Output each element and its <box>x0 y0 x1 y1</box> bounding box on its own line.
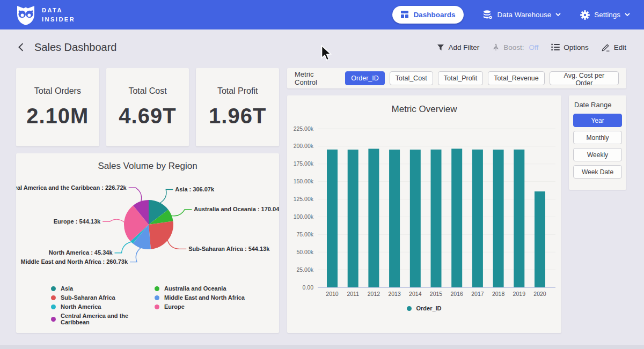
y-axis-tick-label: 50.00k <box>296 249 313 255</box>
y-axis-tick-label: 100.00k <box>294 213 314 220</box>
pie-chart-title: Sales Volume by Region <box>16 161 279 172</box>
database-icon <box>483 10 493 19</box>
y-axis-tick-label: 175.00k <box>294 160 314 167</box>
brand-line-2: INSIDER <box>42 15 75 24</box>
pie-legend-item-asia[interactable]: Asia <box>51 285 155 292</box>
pie-legend-item-australia-and-oceania[interactable]: Australia and Oceania <box>155 285 245 292</box>
date-range-panel: Date Range YearMonthlyWeeklyWeek Date <box>569 95 626 190</box>
pie-legend-item-middle-east-and-north-africa[interactable]: Middle East and North Africa <box>155 294 245 301</box>
pie-label-connector <box>115 242 133 253</box>
boost-toggle[interactable]: Boost: Off <box>492 43 538 51</box>
date-range-button-year[interactable]: Year <box>573 114 622 127</box>
y-axis-tick-label: 0.00 <box>303 284 314 291</box>
date-range-button-week-date[interactable]: Week Date <box>573 165 622 179</box>
nav-data-warehouse[interactable]: Data Warehouse <box>483 10 561 19</box>
pie-slice-label: Europe : 544.13k <box>54 218 101 225</box>
pie-legend-column: Australia and OceaniaMiddle East and Nor… <box>155 285 245 325</box>
legend-label: Sub-Saharan Africa <box>61 294 115 301</box>
y-axis-tick-label: 75.00k <box>296 231 313 237</box>
kpi-row: Total Orders2.10MTotal Cost4.69TTotal Pr… <box>16 68 279 146</box>
metric-control-bar: Metric Control Order_IDTotal_CostTotal_P… <box>287 68 626 88</box>
metric-button-total-profit[interactable]: Total_Profit <box>438 71 484 85</box>
x-axis-tick-label: 2015 <box>430 291 443 297</box>
kpi-label: Total Cost <box>128 86 166 96</box>
y-axis-tick-label: 200.00k <box>294 143 314 149</box>
x-axis-tick-label: 2014 <box>409 291 422 297</box>
bar-2018[interactable] <box>493 150 504 287</box>
date-range-buttons: YearMonthlyWeeklyWeek Date <box>573 114 622 182</box>
pie-label-connector <box>171 210 192 216</box>
bar-2019[interactable] <box>514 150 524 287</box>
kpi-card-total-orders: Total Orders2.10M <box>16 68 99 146</box>
legend-label: Asia <box>61 285 73 292</box>
add-filter-button[interactable]: Add Filter <box>437 43 479 51</box>
legend-dot <box>407 306 412 311</box>
legend-label: Central America and the Caribbean <box>61 313 155 325</box>
pie-label-connector <box>130 247 142 262</box>
bar-2012[interactable] <box>368 149 379 288</box>
pie-slice-label: Central America and the Caribbean : 226.… <box>16 184 127 191</box>
pie-label-connector <box>129 188 142 202</box>
filter-funnel-icon <box>437 44 444 51</box>
bar-2011[interactable] <box>348 150 358 287</box>
metric-button-order-id[interactable]: Order_ID <box>345 71 384 85</box>
pie-label-connector <box>167 239 187 249</box>
legend-dot <box>51 305 56 309</box>
add-filter-label: Add Filter <box>448 43 479 51</box>
kpi-card-total-cost: Total Cost4.69T <box>106 68 189 146</box>
legend-label: Australia and Oceania <box>164 285 226 292</box>
bar-2020[interactable] <box>535 191 545 287</box>
pie-legend-item-central-america-and-the-caribbean[interactable]: Central America and the Caribbean <box>51 313 155 325</box>
metric-control-label: Metric Control <box>295 70 338 86</box>
kpi-value: 4.69T <box>119 104 176 128</box>
nav-dashboards-button[interactable]: Dashboards <box>392 6 464 24</box>
bar-2015[interactable] <box>431 150 442 287</box>
bar-chart-legend[interactable]: Order_ID <box>287 305 561 311</box>
y-axis-tick-label: 150.00k <box>294 178 314 184</box>
gear-icon <box>580 10 590 20</box>
bar-2016[interactable] <box>451 148 462 287</box>
legend-label: Order_ID <box>416 305 441 311</box>
metric-button-total-cost[interactable]: Total_Cost <box>390 71 433 85</box>
x-axis-tick-label: 2018 <box>492 291 505 297</box>
pie-slice-label: Sub-Saharan Africa : 544.13k <box>188 246 270 252</box>
pie-legend-item-sub-saharan-africa[interactable]: Sub-Saharan Africa <box>51 294 155 301</box>
date-range-button-monthly[interactable]: Monthly <box>573 131 622 144</box>
dashboard-grid-icon <box>401 11 409 19</box>
kpi-value: 1.96T <box>209 104 266 128</box>
pie-legend-item-europe[interactable]: Europe <box>155 303 245 310</box>
options-list-icon <box>551 43 560 51</box>
metric-button-total-revenue[interactable]: Total_Revenue <box>488 71 544 85</box>
top-nav: DATA INSIDER Dashboards <box>0 0 644 29</box>
brand-logo[interactable]: DATA INSIDER <box>15 4 75 26</box>
pie-slice-label: North America : 45.34k <box>49 249 113 256</box>
metric-button-avg-cost-per-order[interactable]: Avg. Cost per Order <box>550 71 619 85</box>
pie-legend-item-north-america[interactable]: North America <box>51 303 155 310</box>
legend-dot <box>155 295 159 300</box>
y-axis-tick-label: 25.00k <box>296 266 313 273</box>
x-axis-tick-label: 2012 <box>368 291 380 297</box>
nav-settings[interactable]: Settings <box>580 10 630 20</box>
kpi-card-total-profit: Total Profit1.96T <box>196 68 279 146</box>
pie-chart-card: Sales Volume by Region Asia : 306.07kAus… <box>16 153 279 333</box>
date-range-label: Date Range <box>573 101 622 109</box>
owl-logo-icon <box>15 4 36 26</box>
metric-buttons: Order_IDTotal_CostTotal_ProfitTotal_Reve… <box>345 71 619 85</box>
bar-2014[interactable] <box>410 150 421 287</box>
date-range-button-weekly[interactable]: Weekly <box>573 148 622 161</box>
boost-label: Boost: <box>503 43 524 51</box>
chevron-down-icon <box>625 13 630 17</box>
legend-dot <box>155 305 159 309</box>
pie-label-connector <box>159 190 173 204</box>
options-button[interactable]: Options <box>551 43 589 51</box>
back-button[interactable] <box>16 42 26 53</box>
kpi-label: Total Orders <box>34 86 81 96</box>
nav-dashboards-label: Dashboards <box>413 11 455 19</box>
pie-slice-label: Middle East and North Africa : 260.73k <box>21 258 128 265</box>
page-title: Sales Dashboard <box>34 41 116 54</box>
bar-2013[interactable] <box>389 150 400 287</box>
bar-2010[interactable] <box>327 150 338 287</box>
bar-2017[interactable] <box>472 150 483 287</box>
edit-button[interactable]: Edit <box>602 43 626 51</box>
pie-slice-label: Australia and Oceania : 170.04k <box>194 206 279 212</box>
